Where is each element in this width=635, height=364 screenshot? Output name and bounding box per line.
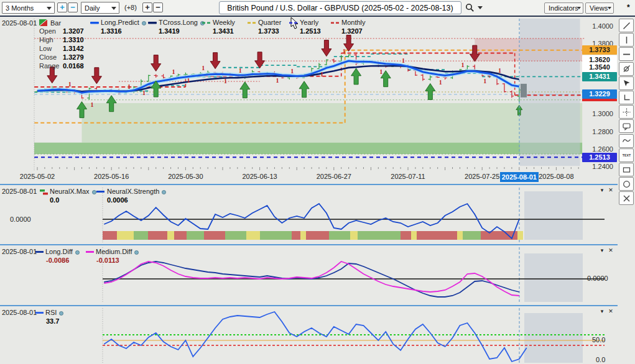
chevron-down-icon bbox=[47, 7, 52, 10]
x-axis-date: 2025-07-11 bbox=[383, 173, 433, 180]
panel4-close-icon[interactable]: ✕ bbox=[607, 308, 614, 314]
price-label: 1.2600 bbox=[577, 145, 613, 153]
x-axis-date: 2025-05-30 bbox=[160, 173, 210, 180]
neuralx-strength-value: 0.0006 bbox=[107, 196, 128, 204]
neuralx-strip-segment bbox=[463, 231, 481, 240]
neuralx-strip-segment bbox=[103, 231, 117, 240]
panel3-collapse-icon[interactable]: ▾ bbox=[598, 247, 606, 253]
monthly-icon bbox=[331, 22, 340, 24]
price-label: 1.4000 bbox=[577, 22, 613, 30]
neuralx-strength-label: NeuralX.Strength bbox=[107, 188, 166, 195]
bar-series-label: Bar bbox=[50, 19, 61, 27]
neuralx-strip-segment bbox=[411, 231, 417, 240]
long-diff-value: -0.0086 bbox=[46, 257, 69, 264]
info-dot-icon[interactable] bbox=[134, 250, 139, 255]
flag-marker: 1 bbox=[202, 65, 205, 71]
svg-text:TEXT: TEXT bbox=[622, 153, 631, 157]
search-icon[interactable] bbox=[465, 3, 475, 12]
neuralx-strip-segment bbox=[260, 231, 292, 240]
search-dropdown-icon[interactable] bbox=[478, 6, 483, 9]
flag-marker: 1 bbox=[224, 78, 227, 84]
info-dot-icon[interactable] bbox=[59, 311, 63, 316]
neuralx-strip-segment bbox=[358, 231, 401, 240]
main-price-plot[interactable]: 1111111111111111111 bbox=[34, 19, 585, 166]
neuralx-strip-segment bbox=[187, 231, 204, 240]
neuralx-strip-segment bbox=[329, 231, 350, 240]
monthly-value: 1.3207 bbox=[341, 27, 363, 35]
tcross-long-value: 1.3419 bbox=[159, 27, 180, 35]
medium-diff-label: Medium.Diff bbox=[96, 248, 139, 255]
quarter-value: 1.3733 bbox=[258, 27, 279, 35]
delete-icon[interactable] bbox=[619, 191, 634, 205]
callout-icon[interactable] bbox=[619, 119, 634, 133]
panel4-collapse-icon[interactable]: ▾ bbox=[598, 308, 606, 314]
neuralx-strip-segment bbox=[167, 231, 174, 240]
predicted-bar bbox=[521, 84, 527, 98]
rectangle-icon[interactable] bbox=[619, 163, 634, 176]
info-dot-icon[interactable] bbox=[142, 21, 146, 25]
period-select[interactable]: Daily bbox=[81, 2, 119, 14]
info-dot-icon[interactable] bbox=[162, 190, 166, 194]
price-badge-underline bbox=[582, 99, 617, 101]
sell-arrow-icon bbox=[91, 68, 101, 84]
views-button[interactable]: Views bbox=[585, 2, 614, 14]
neuralx-strip-segment bbox=[204, 231, 225, 240]
zoom-in-button[interactable]: + bbox=[57, 2, 67, 12]
flag-marker: 1 bbox=[127, 83, 131, 90]
text-icon[interactable]: TEXT bbox=[619, 148, 634, 162]
info-dot-icon[interactable] bbox=[75, 250, 80, 255]
remove-bars-button[interactable]: − bbox=[153, 2, 163, 12]
buy-arrow-icon bbox=[240, 82, 250, 98]
info-dot-icon[interactable] bbox=[92, 190, 96, 194]
weekly-icon bbox=[202, 22, 211, 24]
elbow-line-icon[interactable] bbox=[619, 91, 634, 104]
horizontal-line-icon[interactable] bbox=[619, 47, 634, 61]
indicators-button[interactable]: Indicators bbox=[544, 2, 583, 14]
panel-separator[interactable] bbox=[0, 305, 618, 306]
neuralx-strip-segment bbox=[300, 231, 306, 240]
rsi-label: RSI bbox=[45, 309, 63, 316]
vertical-line-icon[interactable] bbox=[619, 33, 634, 47]
price-label: 1.2400 bbox=[577, 163, 613, 170]
panel2-close-icon[interactable]: ✕ bbox=[607, 187, 614, 193]
price-badge: 1.2513 bbox=[582, 153, 617, 162]
ellipse-icon[interactable] bbox=[619, 177, 634, 191]
panel4-bottom-label: 0.0 bbox=[596, 356, 605, 363]
yearly-value: 1.2513 bbox=[300, 27, 321, 35]
trendline-icon[interactable] bbox=[619, 19, 634, 32]
flag-marker: 1 bbox=[343, 48, 346, 55]
neuralx-strip-segment bbox=[225, 231, 246, 240]
panel3-close-icon[interactable]: ✕ bbox=[607, 247, 614, 253]
x-axis-date: 2025-05-16 bbox=[86, 173, 136, 180]
panel-separator[interactable] bbox=[0, 244, 618, 245]
chevron-down-icon bbox=[111, 7, 116, 10]
medium-diff-value: -0.0113 bbox=[96, 257, 119, 264]
zoom-out-button[interactable]: − bbox=[68, 2, 78, 12]
add-bars-button[interactable]: + bbox=[142, 2, 152, 12]
flag-marker: 1 bbox=[172, 68, 175, 75]
indicator-panel[interactable] bbox=[103, 188, 605, 242]
indicator-panel[interactable] bbox=[103, 247, 605, 303]
wave-icon[interactable] bbox=[619, 134, 634, 148]
flag-marker: 1 bbox=[276, 77, 279, 84]
neuralx-strip-segment bbox=[350, 231, 358, 240]
weekly-value: 1.3431 bbox=[213, 27, 234, 35]
x-axis-ticks bbox=[37, 167, 578, 170]
crosshair-icon[interactable] bbox=[619, 105, 634, 119]
chart-canvas[interactable]: 1111111111111111111 bbox=[0, 0, 635, 364]
symbol-title[interactable]: British Pound / U.S. Dollar - GBP/USD (2… bbox=[219, 1, 461, 14]
indicator-panel[interactable] bbox=[103, 308, 605, 364]
neuralx-strip-segment bbox=[246, 231, 260, 240]
yearly-label: Yearly bbox=[300, 19, 318, 26]
pen-icon[interactable] bbox=[619, 62, 634, 76]
long-predict-icon bbox=[90, 22, 99, 24]
flag-marker: 1 bbox=[187, 77, 190, 84]
panel2-collapse-icon[interactable]: ▾ bbox=[598, 187, 606, 193]
yearly-icon bbox=[289, 22, 298, 24]
panel-separator[interactable] bbox=[0, 184, 618, 185]
pointer-icon[interactable] bbox=[619, 76, 634, 90]
price-badge: 1.3229 bbox=[582, 89, 617, 99]
range-select[interactable]: 3 Months bbox=[2, 2, 55, 14]
monthly-label: Monthly bbox=[341, 19, 366, 26]
main-legend-date: 2025-08-01 bbox=[2, 19, 37, 27]
